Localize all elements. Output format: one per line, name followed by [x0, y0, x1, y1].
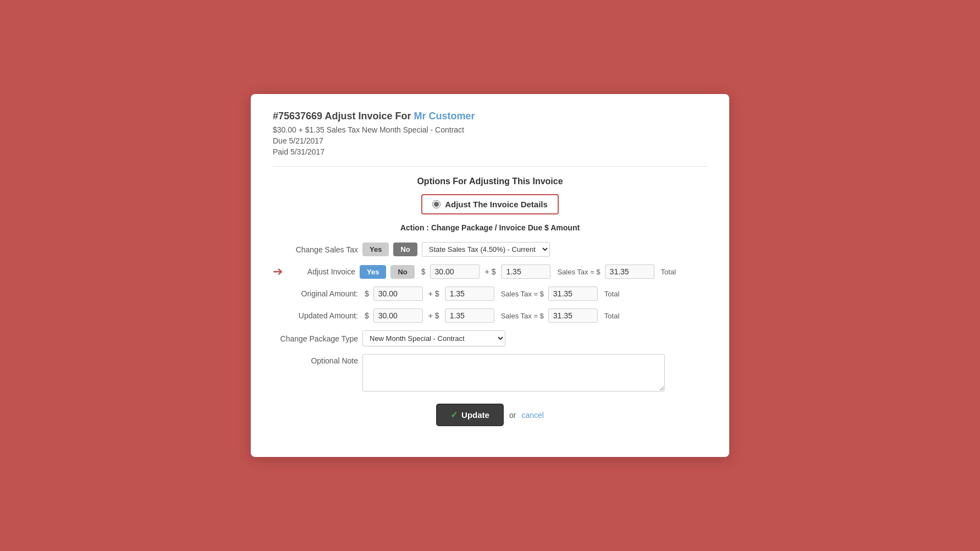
- invoice-header: #75637669 Adjust Invoice For Mr Customer…: [273, 111, 707, 156]
- customer-link[interactable]: Mr Customer: [414, 111, 475, 122]
- checkmark-icon: ✓: [450, 410, 458, 420]
- invoice-paid: Paid 5/31/2017: [273, 147, 707, 156]
- orig-sales-tax-label: Sales Tax = $: [501, 290, 544, 298]
- adjust-invoice-option[interactable]: Adjust The Invoice Details: [421, 194, 559, 214]
- original-total-input[interactable]: [548, 286, 598, 301]
- update-button[interactable]: ✓ Update: [436, 404, 504, 426]
- optional-note-input[interactable]: [362, 354, 665, 392]
- action-text: Action : Change Package / Invoice Due $ …: [273, 223, 707, 232]
- modal-container: #75637669 Adjust Invoice For Mr Customer…: [251, 94, 729, 457]
- amount-dollar: $: [421, 267, 426, 276]
- original-tax-input[interactable]: [445, 286, 494, 301]
- invoice-due: Due 5/21/2017: [273, 136, 707, 145]
- updated-amount-row: Updated Amount: $ + $ Sales Tax = $ Tota…: [273, 308, 707, 323]
- sales-tax-no-button[interactable]: No: [393, 243, 417, 256]
- adjust-tax-input[interactable]: [501, 265, 550, 279]
- adjust-amount-input[interactable]: [430, 265, 480, 279]
- adjust-invoice-no-button[interactable]: No: [390, 265, 414, 279]
- orig-dollar: $: [365, 289, 369, 298]
- upd-plus: + $: [428, 311, 439, 320]
- total-label-1: Total: [661, 268, 676, 276]
- change-package-row: Change Package Type New Month Special - …: [273, 330, 707, 346]
- optional-note-label: Optional Note: [273, 354, 358, 365]
- adjust-invoice-radio[interactable]: [432, 200, 441, 208]
- form-rows: Change Sales Tax Yes No State Sales Tax …: [273, 242, 707, 392]
- optional-note-row: Optional Note: [273, 354, 707, 392]
- original-amount-row: Original Amount: $ + $ Sales Tax = $ Tot…: [273, 286, 707, 301]
- adjust-invoice-row: ➔ Adjust Invoice Yes No $ + $ Sales Tax …: [273, 265, 707, 279]
- total-label-2: Total: [604, 290, 619, 298]
- adjust-invoice-yes-button[interactable]: Yes: [360, 265, 386, 279]
- footer-row: ✓ Update or cancel: [273, 404, 707, 426]
- invoice-subtitle: $30.00 + $1.35 Sales Tax New Month Speci…: [273, 125, 707, 134]
- updated-amount-input[interactable]: [373, 308, 423, 323]
- change-sales-tax-label: Change Sales Tax: [273, 245, 358, 254]
- upd-dollar: $: [365, 311, 369, 320]
- adjust-total-input[interactable]: [605, 265, 654, 279]
- package-type-select[interactable]: New Month Special - Contract: [362, 330, 505, 346]
- divider: [273, 166, 707, 167]
- sales-tax-eq-label: Sales Tax = $: [557, 268, 600, 276]
- adjust-invoice-option-label: Adjust The Invoice Details: [445, 200, 548, 209]
- cancel-link[interactable]: cancel: [521, 411, 543, 420]
- change-package-label: Change Package Type: [273, 334, 358, 343]
- change-sales-tax-row: Change Sales Tax Yes No State Sales Tax …: [273, 242, 707, 257]
- red-arrow-icon: ➔: [273, 265, 283, 279]
- update-label: Update: [461, 410, 489, 420]
- orig-plus: + $: [428, 289, 439, 298]
- original-amount-input[interactable]: [373, 286, 423, 301]
- invoice-title: #75637669 Adjust Invoice For Mr Customer: [273, 111, 707, 122]
- updated-amount-label: Updated Amount:: [273, 311, 358, 320]
- updated-tax-input[interactable]: [445, 308, 494, 323]
- adjust-invoice-label: Adjust Invoice: [289, 267, 355, 276]
- updated-total-input[interactable]: [548, 308, 598, 323]
- total-label-3: Total: [604, 312, 619, 320]
- sales-tax-yes-button[interactable]: Yes: [362, 243, 389, 256]
- upd-sales-tax-label: Sales Tax = $: [501, 312, 544, 320]
- section-title: Options For Adjusting This Invoice: [273, 177, 707, 186]
- or-text: or: [509, 411, 516, 420]
- sales-tax-select[interactable]: State Sales Tax (4.50%) - Current: [422, 242, 550, 257]
- plus-sign: + $: [485, 267, 496, 276]
- original-amount-label: Original Amount:: [273, 289, 358, 298]
